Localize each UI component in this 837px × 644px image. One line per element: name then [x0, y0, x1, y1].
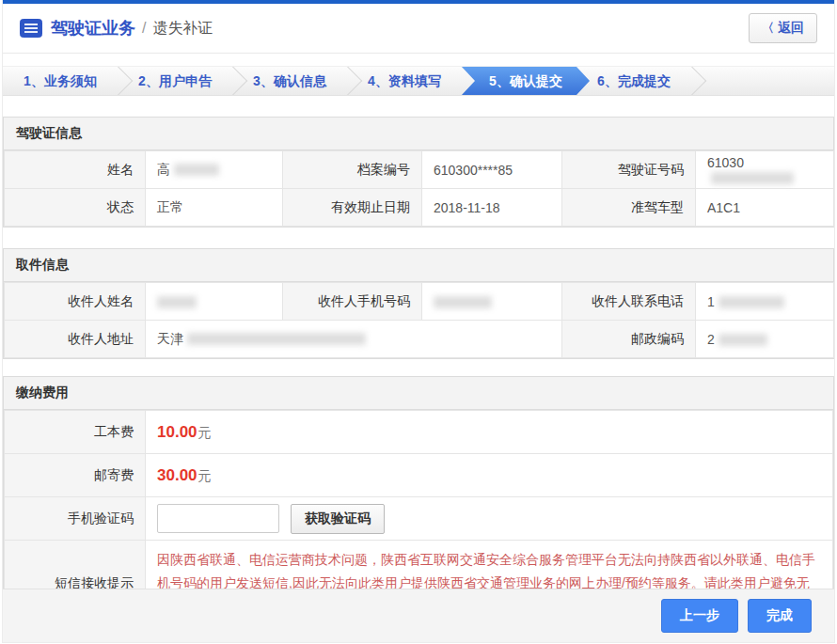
- postage-fee-amount: 30.00: [157, 466, 197, 484]
- expiry-date-label: 有效期止日期: [283, 189, 422, 227]
- step-tab-5-active[interactable]: 5、确认提交: [462, 67, 590, 95]
- recipient-address-value: 天津: [146, 321, 562, 358]
- step-tab-3[interactable]: 3、确认信息: [232, 67, 347, 95]
- redaction-blur: [187, 333, 366, 345]
- table-row: 工本费 10.00元: [5, 411, 833, 454]
- breadcrumb-current: 遗失补证: [152, 19, 213, 39]
- table-row: 收件人姓名 收件人手机号码 收件人联系电话 1: [5, 283, 834, 321]
- file-number-value: 610300****85: [422, 151, 562, 189]
- license-number-label: 驾驶证号码: [562, 151, 696, 189]
- postage-fee-label: 邮寄费: [5, 454, 146, 497]
- vehicle-class-label: 准驾车型: [562, 189, 696, 227]
- redaction-blur: [711, 172, 794, 184]
- pickup-info-table: 收件人姓名 收件人手机号码 收件人联系电话 1 收件人地址 天津 邮政编码 2: [4, 282, 834, 358]
- table-row: 邮寄费 30.00元: [5, 454, 833, 497]
- fees-section-title: 缴纳费用: [4, 377, 833, 410]
- license-number-value: 61030: [696, 151, 834, 189]
- redaction-blur: [174, 164, 219, 176]
- list-icon: [20, 19, 42, 38]
- name-label: 姓名: [5, 151, 146, 189]
- postage-fee-unit: 元: [198, 468, 212, 483]
- license-info-table: 姓名 高 档案编号 610300****85 驾驶证号码 61030 状态 正常…: [4, 150, 834, 227]
- table-row: 手机验证码 获取验证码: [5, 497, 833, 541]
- redaction-blur: [157, 296, 197, 308]
- work-fee-value: 10.00元: [146, 411, 833, 454]
- work-fee-unit: 元: [198, 425, 212, 440]
- postage-fee-value: 30.00元: [146, 454, 833, 497]
- back-button[interactable]: 〈 返回: [749, 13, 817, 43]
- back-button-label: 返回: [778, 20, 804, 37]
- license-info-section: 驾驶证信息 姓名 高 档案编号 610300****85 驾驶证号码 61030…: [3, 117, 834, 228]
- page-title: 驾驶证业务: [51, 17, 135, 39]
- work-fee-label: 工本费: [5, 411, 146, 454]
- status-value: 正常: [146, 189, 283, 227]
- step-tab-1[interactable]: 1、业务须知: [3, 67, 118, 95]
- redaction-blur: [719, 296, 784, 308]
- finish-button[interactable]: 完成: [748, 599, 812, 633]
- back-chevron-icon: 〈: [762, 20, 774, 37]
- file-number-label: 档案编号: [283, 151, 422, 189]
- expiry-date-value: 2018-11-18: [422, 189, 562, 227]
- pickup-info-section: 取件信息 收件人姓名 收件人手机号码 收件人联系电话 1 收件人地址 天津 邮政…: [3, 248, 834, 359]
- postal-code-label: 邮政编码: [562, 321, 696, 358]
- table-row: 状态 正常 有效期止日期 2018-11-18 准驾车型 A1C1: [5, 189, 834, 227]
- table-row: 收件人地址 天津 邮政编码 2: [5, 321, 834, 358]
- status-label: 状态: [5, 189, 146, 227]
- get-sms-code-button[interactable]: 获取验证码: [291, 504, 385, 534]
- license-section-title: 驾驶证信息: [4, 118, 833, 150]
- breadcrumb-divider: /: [142, 20, 146, 37]
- name-value: 高: [146, 151, 283, 189]
- step-wizard: 1、业务须知 2、用户申告 3、确认信息 4、资料填写 5、确认提交 6、完成提…: [3, 66, 834, 96]
- step-tab-6[interactable]: 6、完成提交: [576, 67, 691, 95]
- step-tab-2[interactable]: 2、用户申告: [118, 67, 232, 95]
- step-tab-4[interactable]: 4、资料填写: [347, 67, 462, 95]
- redaction-blur: [719, 334, 767, 346]
- pickup-section-title: 取件信息: [4, 249, 833, 282]
- previous-step-button[interactable]: 上一步: [661, 599, 738, 633]
- recipient-address-label: 收件人地址: [5, 321, 146, 358]
- recipient-phone-value: 1: [696, 283, 834, 321]
- recipient-name-label: 收件人姓名: [5, 283, 146, 321]
- sms-code-label: 手机验证码: [5, 497, 146, 541]
- table-row: 姓名 高 档案编号 610300****85 驾驶证号码 61030: [5, 151, 834, 189]
- vehicle-class-value: A1C1: [696, 189, 834, 227]
- page-header: 驾驶证业务 / 遗失补证 〈 返回: [3, 4, 834, 54]
- recipient-phone-label: 收件人联系电话: [562, 283, 696, 321]
- sms-code-cell: 获取验证码: [146, 497, 833, 541]
- footer-action-bar: 上一步 完成: [3, 589, 834, 642]
- page-container: 驾驶证业务 / 遗失补证 〈 返回 1、业务须知 2、用户申告 3、确认信息 4…: [2, 0, 835, 643]
- work-fee-amount: 10.00: [157, 423, 197, 441]
- redaction-blur: [434, 296, 492, 308]
- sms-code-input[interactable]: [157, 504, 279, 533]
- recipient-mobile-value: [422, 283, 562, 321]
- postal-code-value: 2: [696, 321, 834, 358]
- recipient-name-value: [146, 283, 283, 321]
- recipient-mobile-label: 收件人手机号码: [283, 283, 422, 321]
